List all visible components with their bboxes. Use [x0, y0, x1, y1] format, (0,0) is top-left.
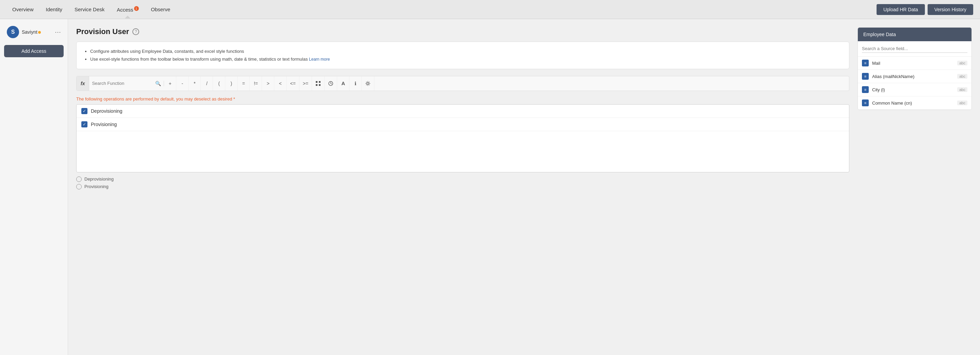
op-circle-provisioning	[76, 184, 82, 189]
operator-plus[interactable]: +	[164, 76, 176, 91]
nav-buttons: Upload HR Data Version History	[877, 4, 973, 15]
info-icon[interactable]: ℹ	[350, 76, 362, 91]
version-history-button[interactable]: Version History	[928, 4, 973, 15]
operator-divide[interactable]: /	[201, 76, 213, 91]
field-name-mail: Mail	[872, 61, 954, 66]
fx-badge: fx	[76, 76, 89, 91]
op-label-deprovisioning: Deprovisioning	[76, 176, 850, 182]
checkbox-provisioning[interactable]: Provisioning	[76, 118, 849, 131]
grid-icon[interactable]	[312, 76, 325, 91]
info-box: Configure attributes using Employee Data…	[76, 42, 850, 69]
field-name-city: City (l)	[872, 87, 954, 92]
field-name-alias: Alias (mailNickName)	[872, 74, 954, 79]
avatar: S	[7, 26, 19, 38]
operator-gte[interactable]: >=	[299, 76, 312, 91]
operator-open-paren[interactable]: (	[213, 76, 225, 91]
settings-icon[interactable]	[362, 76, 374, 91]
nav-items: Overview Identity Service Desk Access1 O…	[7, 3, 877, 15]
employee-data-item-cn[interactable]: Common Name (cn) abc	[858, 96, 972, 110]
op-label-provisioning: Provisioning	[76, 184, 850, 189]
search-icon: 🔍	[155, 81, 161, 86]
employee-data-header: Employee Data	[858, 27, 972, 41]
text-format-icon[interactable]: A	[337, 76, 350, 91]
checkbox-provisioning-label: Provisioning	[91, 122, 117, 127]
checkbox-provisioning-check[interactable]	[81, 121, 88, 128]
main-content: Provision User ? Configure attributes us…	[68, 19, 858, 355]
employee-data-search-wrapper	[858, 41, 972, 56]
page-title: Provision User ?	[76, 27, 850, 36]
field-icon-mail	[862, 60, 869, 66]
employee-data-item-alias[interactable]: Alias (mailNickName) abc	[858, 70, 972, 83]
op-circle-deprovisioning	[76, 176, 82, 182]
field-icon-alias	[862, 73, 869, 80]
field-type-city: abc	[957, 87, 967, 92]
operator-close-paren[interactable]: )	[225, 76, 237, 91]
formula-toolbar: fx 🔍 + - * / ( ) = != > < <= >=	[76, 76, 850, 91]
operator-equals[interactable]: =	[237, 76, 250, 91]
required-marker: *	[234, 96, 235, 102]
operator-greater[interactable]: >	[262, 76, 274, 91]
field-type-cn: abc	[957, 101, 967, 105]
svg-rect-2	[316, 84, 318, 86]
svg-rect-1	[319, 81, 321, 83]
top-navigation: Overview Identity Service Desk Access1 O…	[0, 0, 980, 19]
learn-more-link[interactable]: Learn more	[309, 57, 330, 62]
sidebar: S Saviynt ⋯ Add Access	[0, 19, 68, 355]
toolbar-operators: + - * / ( ) = != > < <= >=	[164, 76, 374, 91]
sidebar-user: S Saviynt ⋯	[4, 23, 64, 41]
nav-item-identity[interactable]: Identity	[40, 4, 68, 15]
main-layout: S Saviynt ⋯ Add Access Provision User ? …	[0, 19, 980, 355]
svg-rect-3	[319, 84, 321, 86]
svg-line-6	[331, 83, 332, 84]
operator-minus[interactable]: -	[176, 76, 189, 91]
clock-icon[interactable]	[325, 76, 337, 91]
operations-box: Deprovisioning Provisioning	[76, 104, 850, 173]
employee-data-panel: Employee Data Mail abc Alias (mailNickNa…	[858, 27, 972, 110]
field-name-cn: Common Name (cn)	[872, 101, 954, 106]
svg-point-7	[367, 82, 369, 85]
operator-lte[interactable]: <=	[286, 76, 299, 91]
user-status-badge	[38, 31, 41, 34]
help-icon[interactable]: ?	[132, 28, 139, 35]
search-function-input[interactable]	[92, 81, 155, 86]
svg-rect-0	[316, 81, 318, 83]
field-icon-cn	[862, 99, 869, 106]
nav-item-access[interactable]: Access1	[111, 3, 144, 15]
add-access-button[interactable]: Add Access	[4, 45, 64, 57]
field-type-alias: abc	[957, 74, 967, 79]
panel-area: Employee Data Mail abc Alias (mailNickNa…	[858, 19, 980, 355]
search-function-wrapper: 🔍	[89, 81, 164, 86]
op-labels: Deprovisioning Provisioning	[76, 176, 850, 189]
checkbox-deprovisioning-check[interactable]	[81, 108, 88, 114]
field-icon-city	[862, 86, 869, 93]
operations-label: The following operations are performed b…	[76, 96, 850, 102]
access-badge: 1	[134, 6, 139, 11]
user-name: Saviynt	[22, 29, 41, 35]
nav-item-service-desk[interactable]: Service Desk	[69, 4, 110, 15]
checkbox-deprovisioning[interactable]: Deprovisioning	[76, 105, 849, 118]
field-type-mail: abc	[957, 61, 967, 66]
content-with-panel: Provision User ? Configure attributes us…	[68, 19, 980, 355]
upload-hr-data-button[interactable]: Upload HR Data	[877, 4, 925, 15]
checkbox-deprovisioning-label: Deprovisioning	[91, 108, 123, 114]
employee-data-search-input[interactable]	[862, 45, 967, 53]
operator-not-equals[interactable]: !=	[250, 76, 262, 91]
info-line-2: Use excel-style functions from the toolb…	[90, 55, 842, 63]
nav-item-overview[interactable]: Overview	[7, 4, 39, 15]
nav-item-observe[interactable]: Observe	[146, 4, 176, 15]
operator-less[interactable]: <	[274, 76, 286, 91]
info-line-1: Configure attributes using Employee Data…	[90, 47, 842, 55]
sidebar-menu-icon[interactable]: ⋯	[55, 28, 61, 36]
employee-data-item-mail[interactable]: Mail abc	[858, 56, 972, 70]
employee-data-item-city[interactable]: City (l) abc	[858, 83, 972, 96]
employee-data-items: Mail abc Alias (mailNickName) abc City (…	[858, 56, 972, 110]
operator-multiply[interactable]: *	[189, 76, 201, 91]
